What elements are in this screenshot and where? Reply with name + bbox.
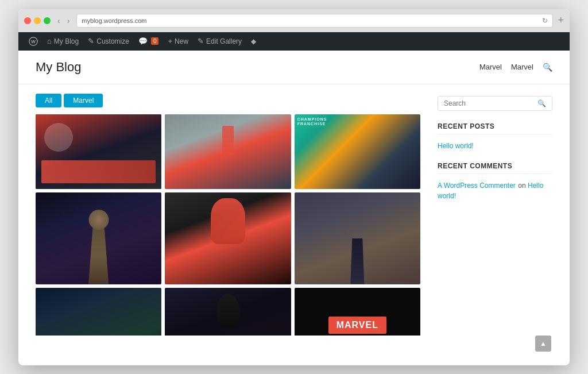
refresh-icon[interactable]: ↻ xyxy=(542,17,548,25)
edit-icon: ✎ xyxy=(198,37,204,45)
comment-item: A WordPress Commenter on Hello world! xyxy=(438,180,552,201)
forward-button[interactable]: › xyxy=(65,16,72,25)
close-button[interactable] xyxy=(24,17,31,24)
comment-icon: 💬 xyxy=(138,37,148,45)
gallery-item[interactable] xyxy=(165,288,291,336)
address-text: myblog.wordpress.com xyxy=(82,17,542,24)
gallery-item[interactable]: CHAMPIONSFRANCHISE xyxy=(295,114,420,189)
recent-posts-section: RECENT POSTS Hello world! xyxy=(438,122,552,151)
gallery-grid: CHAMPIONSFRANCHISE xyxy=(36,114,420,336)
scroll-top-button[interactable]: ▲ xyxy=(535,336,551,352)
address-bar[interactable]: myblog.wordpress.com ↻ xyxy=(76,14,553,28)
home-icon: ⌂ xyxy=(47,37,52,45)
search-nav-icon[interactable]: 🔍 xyxy=(543,63,552,72)
new-tab-button[interactable]: + xyxy=(558,14,564,26)
gallery-item[interactable] xyxy=(36,114,161,189)
commenter-link[interactable]: A WordPress Commenter xyxy=(438,182,516,190)
filter-marvel-button[interactable]: Marvel xyxy=(64,94,103,107)
browser-window: ‹ › myblog.wordpress.com ↻ + W ⌂ My Blog… xyxy=(18,9,570,365)
site-title: My Blog xyxy=(36,60,81,75)
admin-bar-customize[interactable]: ✎ Customize xyxy=(83,32,134,51)
admin-bar-diamond[interactable]: ◆ xyxy=(246,32,261,51)
nav-link-marvel-2[interactable]: Marvel xyxy=(511,63,533,71)
on-text: on xyxy=(518,182,528,190)
minimize-button[interactable] xyxy=(34,17,41,24)
main-layout: All Marvel xyxy=(18,84,570,345)
search-input[interactable] xyxy=(444,99,537,107)
diamond-icon: ◆ xyxy=(251,37,256,45)
recent-comments-section: RECENT COMMENTS A WordPress Commenter on… xyxy=(438,162,552,201)
admin-bar-new[interactable]: + New xyxy=(163,32,193,51)
browser-chrome: ‹ › myblog.wordpress.com ↻ + xyxy=(18,9,570,32)
svg-text:W: W xyxy=(31,39,36,44)
gallery-item[interactable] xyxy=(36,192,161,284)
admin-bar-blog[interactable]: ⌂ My Blog xyxy=(42,32,83,51)
browser-controls: ‹ › myblog.wordpress.com ↻ + xyxy=(24,14,564,28)
maximize-button[interactable] xyxy=(44,17,51,24)
new-label: New xyxy=(175,37,188,45)
wp-admin-bar: W ⌂ My Blog ✎ Customize 💬 0 + New ✎ Edit… xyxy=(18,32,570,51)
filter-all-button[interactable]: All xyxy=(36,94,61,107)
nav-link-marvel-1[interactable]: Marvel xyxy=(479,63,502,71)
admin-bar-edit-gallery[interactable]: ✎ Edit Gallery xyxy=(193,32,246,51)
admin-bar-comments[interactable]: 💬 0 xyxy=(134,32,164,51)
comment-count: 0 xyxy=(151,37,159,45)
wp-logo-icon: W xyxy=(29,37,38,46)
recent-posts-title: RECENT POSTS xyxy=(438,122,552,134)
recent-post-link[interactable]: Hello world! xyxy=(438,142,474,150)
recent-comments-title: RECENT COMMENTS xyxy=(438,162,552,174)
new-icon: + xyxy=(168,37,172,45)
sidebar: 🔍 RECENT POSTS Hello world! RECENT COMME… xyxy=(438,94,552,336)
edit-gallery-label: Edit Gallery xyxy=(206,37,242,45)
gallery-item[interactable] xyxy=(295,192,420,284)
wp-logo-item[interactable]: W xyxy=(24,32,42,51)
gallery-item[interactable]: MARVEL xyxy=(295,288,420,336)
gallery-item[interactable] xyxy=(165,114,291,189)
gallery-item[interactable] xyxy=(36,288,161,336)
search-sidebar-icon[interactable]: 🔍 xyxy=(537,99,546,107)
blog-label: My Blog xyxy=(54,37,79,45)
search-box: 🔍 xyxy=(438,96,552,111)
gallery-item[interactable] xyxy=(165,192,291,284)
site-nav: Marvel Marvel 🔍 xyxy=(479,63,552,72)
gallery-area: All Marvel xyxy=(36,94,420,336)
customize-label: Customize xyxy=(96,37,129,45)
site-header: My Blog Marvel Marvel 🔍 xyxy=(18,51,570,84)
site-content: My Blog Marvel Marvel 🔍 All Marvel xyxy=(18,51,570,345)
filter-buttons: All Marvel xyxy=(36,94,420,107)
traffic-lights xyxy=(24,17,51,24)
back-button[interactable]: ‹ xyxy=(55,16,63,25)
nav-buttons: ‹ › xyxy=(55,16,72,25)
customize-icon: ✎ xyxy=(88,37,94,45)
